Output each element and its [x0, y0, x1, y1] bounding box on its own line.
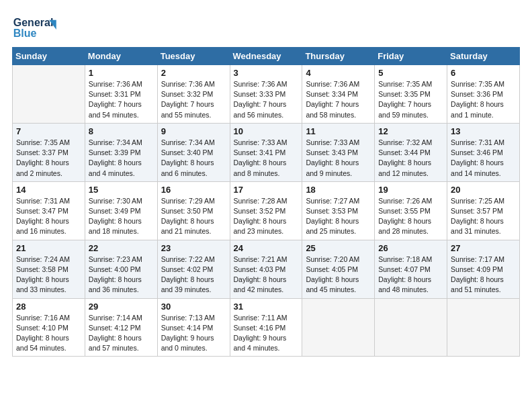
day-number: 1 [89, 68, 154, 78]
col-header-sunday: Sunday [13, 48, 85, 65]
day-number: 27 [451, 243, 516, 253]
day-cell: 12Sunrise: 7:32 AMSunset: 3:44 PMDayligh… [375, 123, 447, 181]
page: General Blue SundayMondayTuesdayWednesda… [0, 0, 532, 411]
day-number: 13 [451, 126, 516, 136]
day-number: 29 [89, 302, 154, 312]
day-info: Sunrise: 7:27 AMSunset: 3:53 PMDaylight:… [306, 196, 371, 237]
day-cell: 4Sunrise: 7:36 AMSunset: 3:34 PMDaylight… [302, 65, 375, 124]
day-cell: 1Sunrise: 7:36 AMSunset: 3:31 PMDaylight… [85, 65, 157, 124]
day-cell: 27Sunrise: 7:17 AMSunset: 4:09 PMDayligh… [447, 240, 520, 298]
day-cell: 2Sunrise: 7:36 AMSunset: 3:32 PMDaylight… [157, 65, 230, 124]
day-info: Sunrise: 7:31 AMSunset: 3:46 PMDaylight:… [451, 138, 516, 179]
header-row: SundayMondayTuesdayWednesdayThursdayFrid… [13, 48, 520, 65]
day-cell [447, 298, 520, 357]
day-info: Sunrise: 7:36 AMSunset: 3:34 PMDaylight:… [306, 79, 371, 120]
week-row-3: 14Sunrise: 7:31 AMSunset: 3:47 PMDayligh… [13, 181, 520, 240]
day-number: 12 [378, 126, 443, 136]
day-info: Sunrise: 7:35 AMSunset: 3:37 PMDaylight:… [16, 138, 81, 179]
day-cell: 11Sunrise: 7:33 AMSunset: 3:43 PMDayligh… [302, 123, 375, 181]
day-number: 22 [89, 243, 154, 253]
day-info: Sunrise: 7:36 AMSunset: 3:32 PMDaylight:… [161, 79, 226, 120]
day-number: 19 [378, 185, 443, 195]
day-info: Sunrise: 7:36 AMSunset: 3:33 PMDaylight:… [234, 79, 299, 120]
day-number: 28 [16, 302, 81, 312]
day-info: Sunrise: 7:30 AMSunset: 3:49 PMDaylight:… [89, 196, 154, 237]
day-info: Sunrise: 7:26 AMSunset: 3:55 PMDaylight:… [378, 196, 443, 237]
col-header-monday: Monday [85, 48, 157, 65]
day-number: 4 [306, 68, 371, 78]
day-number: 8 [89, 126, 154, 136]
day-info: Sunrise: 7:34 AMSunset: 3:39 PMDaylight:… [89, 138, 154, 179]
day-number: 20 [451, 185, 516, 195]
day-cell: 19Sunrise: 7:26 AMSunset: 3:55 PMDayligh… [375, 181, 447, 240]
day-cell [375, 298, 447, 357]
day-info: Sunrise: 7:34 AMSunset: 3:40 PMDaylight:… [161, 138, 226, 179]
day-info: Sunrise: 7:25 AMSunset: 3:57 PMDaylight:… [451, 196, 516, 237]
day-number: 30 [161, 302, 226, 312]
logo: General Blue [12, 12, 66, 40]
day-number: 21 [16, 243, 81, 253]
day-cell: 23Sunrise: 7:22 AMSunset: 4:02 PMDayligh… [157, 240, 230, 298]
day-info: Sunrise: 7:28 AMSunset: 3:52 PMDaylight:… [234, 196, 299, 237]
day-info: Sunrise: 7:17 AMSunset: 4:09 PMDaylight:… [451, 255, 516, 295]
day-info: Sunrise: 7:31 AMSunset: 3:47 PMDaylight:… [16, 196, 81, 237]
day-info: Sunrise: 7:18 AMSunset: 4:07 PMDaylight:… [378, 255, 443, 295]
day-cell: 16Sunrise: 7:29 AMSunset: 3:50 PMDayligh… [157, 181, 230, 240]
day-cell: 25Sunrise: 7:20 AMSunset: 4:05 PMDayligh… [302, 240, 375, 298]
svg-text:Blue: Blue [13, 28, 37, 39]
day-info: Sunrise: 7:33 AMSunset: 3:43 PMDaylight:… [306, 138, 371, 179]
day-cell [302, 298, 375, 357]
day-cell: 26Sunrise: 7:18 AMSunset: 4:07 PMDayligh… [375, 240, 447, 298]
day-info: Sunrise: 7:14 AMSunset: 4:12 PMDaylight:… [89, 313, 154, 354]
day-cell: 20Sunrise: 7:25 AMSunset: 3:57 PMDayligh… [447, 181, 520, 240]
day-number: 18 [306, 185, 371, 195]
day-cell: 28Sunrise: 7:16 AMSunset: 4:10 PMDayligh… [13, 298, 85, 357]
day-info: Sunrise: 7:32 AMSunset: 3:44 PMDaylight:… [378, 138, 443, 179]
day-cell: 21Sunrise: 7:24 AMSunset: 3:58 PMDayligh… [13, 240, 85, 298]
day-info: Sunrise: 7:35 AMSunset: 3:36 PMDaylight:… [451, 79, 516, 120]
day-info: Sunrise: 7:21 AMSunset: 4:03 PMDaylight:… [234, 255, 299, 295]
day-info: Sunrise: 7:16 AMSunset: 4:10 PMDaylight:… [16, 313, 81, 354]
day-cell: 3Sunrise: 7:36 AMSunset: 3:33 PMDaylight… [230, 65, 302, 124]
col-header-friday: Friday [375, 48, 447, 65]
day-cell: 29Sunrise: 7:14 AMSunset: 4:12 PMDayligh… [85, 298, 157, 357]
week-row-5: 28Sunrise: 7:16 AMSunset: 4:10 PMDayligh… [13, 298, 520, 357]
day-number: 5 [378, 68, 443, 78]
day-number: 2 [161, 68, 226, 78]
day-info: Sunrise: 7:13 AMSunset: 4:14 PMDaylight:… [161, 313, 226, 354]
day-cell: 14Sunrise: 7:31 AMSunset: 3:47 PMDayligh… [13, 181, 85, 240]
day-info: Sunrise: 7:22 AMSunset: 4:02 PMDaylight:… [161, 255, 226, 295]
day-cell: 7Sunrise: 7:35 AMSunset: 3:37 PMDaylight… [13, 123, 85, 181]
day-number: 25 [306, 243, 371, 253]
day-number: 6 [451, 68, 516, 78]
day-info: Sunrise: 7:23 AMSunset: 4:00 PMDaylight:… [89, 255, 154, 295]
col-header-thursday: Thursday [302, 48, 375, 65]
day-info: Sunrise: 7:24 AMSunset: 3:58 PMDaylight:… [16, 255, 81, 295]
day-number: 7 [16, 126, 81, 136]
day-info: Sunrise: 7:35 AMSunset: 3:35 PMDaylight:… [378, 79, 443, 120]
day-info: Sunrise: 7:36 AMSunset: 3:31 PMDaylight:… [89, 79, 154, 120]
day-cell: 30Sunrise: 7:13 AMSunset: 4:14 PMDayligh… [157, 298, 230, 357]
day-info: Sunrise: 7:11 AMSunset: 4:16 PMDaylight:… [234, 313, 299, 354]
day-cell: 6Sunrise: 7:35 AMSunset: 3:36 PMDaylight… [447, 65, 520, 124]
day-number: 17 [234, 185, 299, 195]
day-number: 10 [234, 126, 299, 136]
day-number: 26 [378, 243, 443, 253]
day-number: 14 [16, 185, 81, 195]
day-number: 24 [234, 243, 299, 253]
week-row-4: 21Sunrise: 7:24 AMSunset: 3:58 PMDayligh… [13, 240, 520, 298]
day-cell: 8Sunrise: 7:34 AMSunset: 3:39 PMDaylight… [85, 123, 157, 181]
day-cell: 15Sunrise: 7:30 AMSunset: 3:49 PMDayligh… [85, 181, 157, 240]
header: General Blue [12, 12, 520, 40]
calendar-table: SundayMondayTuesdayWednesdayThursdayFrid… [12, 47, 520, 357]
day-info: Sunrise: 7:20 AMSunset: 4:05 PMDaylight:… [306, 255, 371, 295]
day-info: Sunrise: 7:29 AMSunset: 3:50 PMDaylight:… [161, 196, 226, 237]
day-cell: 9Sunrise: 7:34 AMSunset: 3:40 PMDaylight… [157, 123, 230, 181]
day-cell [13, 65, 85, 124]
week-row-1: 1Sunrise: 7:36 AMSunset: 3:31 PMDaylight… [13, 65, 520, 124]
day-cell: 22Sunrise: 7:23 AMSunset: 4:00 PMDayligh… [85, 240, 157, 298]
day-cell: 5Sunrise: 7:35 AMSunset: 3:35 PMDaylight… [375, 65, 447, 124]
svg-text:General: General [13, 17, 54, 28]
day-cell: 13Sunrise: 7:31 AMSunset: 3:46 PMDayligh… [447, 123, 520, 181]
day-number: 3 [234, 68, 299, 78]
